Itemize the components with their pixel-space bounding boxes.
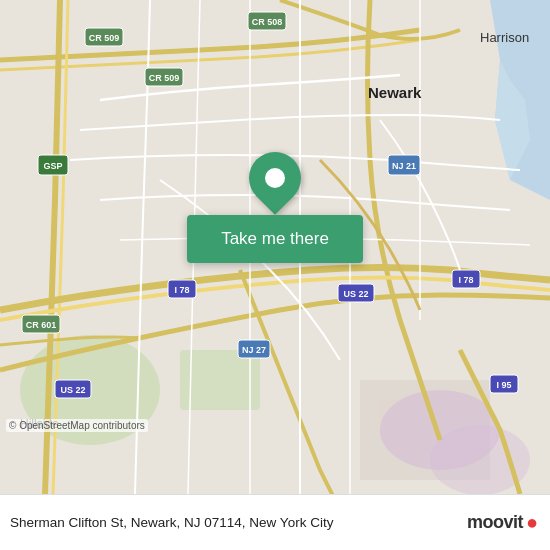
svg-text:US 22: US 22 (343, 289, 368, 299)
moovit-logo: moovit ● (467, 511, 538, 534)
copyright-text: © OpenStreetMap contributors (6, 419, 148, 432)
svg-text:NJ 27: NJ 27 (242, 345, 266, 355)
svg-text:US 22: US 22 (60, 385, 85, 395)
svg-text:NJ 21: NJ 21 (392, 161, 416, 171)
svg-text:Harrison: Harrison (480, 30, 529, 45)
map-container: CR 509 CR 508 CR 509 Harrison Newark NJ … (0, 0, 550, 494)
svg-text:I 78: I 78 (458, 275, 473, 285)
svg-text:CR 601: CR 601 (26, 320, 57, 330)
location-pin (249, 152, 301, 204)
moovit-dot: ● (526, 511, 538, 534)
bottom-bar: Sherman Clifton St, Newark, NJ 07114, Ne… (0, 494, 550, 550)
svg-text:I 95: I 95 (496, 380, 511, 390)
moovit-text: moovit (467, 512, 523, 533)
svg-text:CR 509: CR 509 (149, 73, 180, 83)
svg-rect-4 (180, 350, 260, 410)
svg-text:GSP: GSP (43, 161, 62, 171)
address-text: Sherman Clifton St, Newark, NJ 07114, Ne… (10, 515, 333, 530)
svg-text:CR 508: CR 508 (252, 17, 283, 27)
svg-text:Newark: Newark (368, 84, 422, 101)
take-me-there-button[interactable]: Take me there (187, 215, 363, 263)
svg-text:CR 509: CR 509 (89, 33, 120, 43)
svg-text:I 78: I 78 (174, 285, 189, 295)
